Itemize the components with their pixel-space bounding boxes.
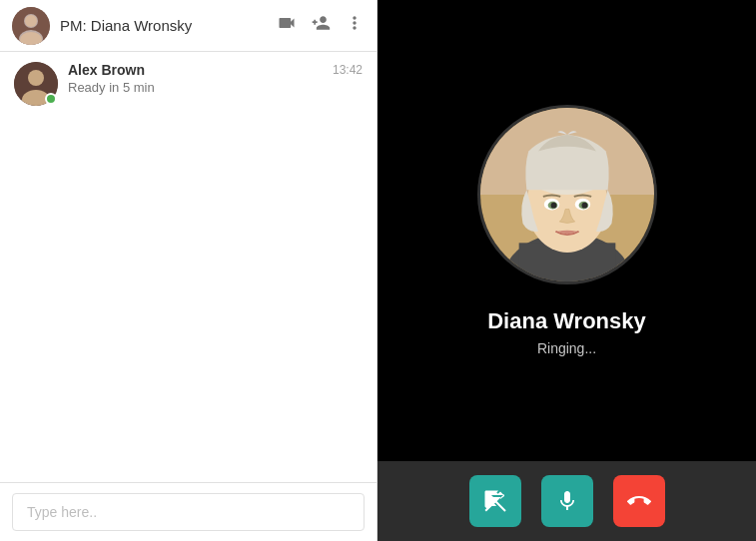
message-time: 13:42 — [333, 63, 363, 77]
svg-point-19 — [550, 203, 556, 209]
svg-point-3 — [25, 15, 37, 27]
message-input[interactable] — [12, 493, 365, 531]
chat-info: Alex Brown 13:42 Ready in 5 min — [68, 62, 363, 95]
video-call-icon[interactable] — [277, 13, 297, 38]
add-person-icon[interactable] — [311, 13, 331, 38]
contact-name: Alex Brown — [68, 62, 145, 78]
online-indicator — [45, 93, 57, 105]
call-panel: Diana Wronsky Ringing... — [378, 0, 756, 541]
chat-name-row: Alex Brown 13:42 — [68, 62, 363, 78]
call-area: Diana Wronsky Ringing... — [378, 0, 756, 461]
left-panel: PM: Diana Wronsky — [0, 0, 378, 541]
call-controls — [378, 461, 756, 541]
camera-toggle-button[interactable] — [469, 475, 521, 527]
chat-title: PM: Diana Wronsky — [60, 17, 277, 34]
header-actions — [277, 13, 365, 38]
message-preview: Ready in 5 min — [68, 80, 363, 95]
header-avatar — [12, 7, 50, 45]
chat-header: PM: Diana Wronsky — [0, 0, 377, 52]
list-item[interactable]: Alex Brown 13:42 Ready in 5 min — [0, 52, 377, 116]
hangup-button[interactable] — [613, 475, 665, 527]
input-area — [0, 482, 377, 541]
call-status: Ringing... — [537, 340, 596, 356]
chat-list: Alex Brown 13:42 Ready in 5 min — [0, 52, 377, 482]
caller-name: Diana Wronsky — [487, 308, 646, 334]
caller-avatar — [477, 105, 657, 284]
microphone-button[interactable] — [541, 475, 593, 527]
svg-point-20 — [581, 203, 587, 209]
more-options-icon[interactable] — [345, 13, 365, 38]
svg-point-6 — [28, 70, 44, 86]
chat-avatar-wrap — [14, 62, 58, 106]
